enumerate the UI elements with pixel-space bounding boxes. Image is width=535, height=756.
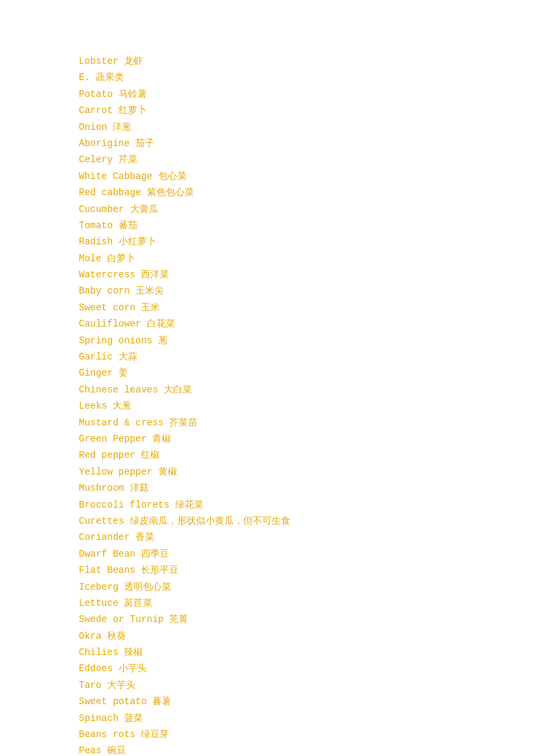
- list-item: Swede or Turnip 芜菁: [79, 612, 508, 627]
- list-item: Eddoes 小芋头: [79, 661, 508, 676]
- list-item: Red cabbage 紫色包心菜: [79, 185, 508, 200]
- list-item: Leeks 大葱: [79, 399, 508, 413]
- list-item: Red pepper 红椒: [79, 448, 508, 462]
- list-item: Spring onions 葱: [79, 333, 508, 348]
- list-item: Iceberg 透明包心菜: [79, 580, 508, 594]
- list-item: Mole 白萝卜: [79, 251, 508, 266]
- list-item: Lettuce 莴苣菜: [79, 596, 508, 611]
- list-item: Cucumber 大黄瓜: [79, 202, 508, 217]
- list-item: White Cabbage 包心菜: [79, 169, 508, 184]
- list-item: Mushroom 洋菇: [79, 481, 508, 495]
- list-item: Curettes 绿皮南瓜，形状似小黄瓜，但不可生食: [79, 514, 508, 528]
- list-item: Garlic 大蒜: [79, 349, 508, 364]
- list-item: Dwarf Bean 四季豆: [79, 547, 508, 561]
- list-item: Potato 马铃薯: [79, 87, 508, 102]
- list-item: Baby corn 玉米尖: [79, 283, 508, 298]
- list-item: Coriander 香菜: [79, 530, 508, 545]
- list-item: Broccoli florets 绿花菜: [79, 497, 508, 512]
- list-item: Onion 洋葱: [79, 120, 508, 135]
- list-item: Tomato 蕃茄: [79, 218, 508, 233]
- list-item: Aborigine 茄子: [79, 136, 508, 151]
- list-item: Carrot 红萝卜: [79, 103, 508, 118]
- list-item: Green Pepper 青椒: [79, 432, 508, 446]
- list-item: Cauliflower 白花菜: [79, 316, 508, 331]
- list-item: Sweet potato 蕃薯: [79, 694, 508, 709]
- list-item: Watercress 西洋菜: [79, 267, 508, 282]
- list-item: Celery 芹菜: [79, 152, 508, 167]
- list-item: Ginger 姜: [79, 366, 508, 380]
- list-item: Chinese leaves 大白菜: [79, 382, 508, 397]
- list-item: E. 蔬果类: [79, 70, 508, 85]
- list-item: Chilies 辣椒: [79, 645, 508, 660]
- list-item: Lobster 龙虾: [79, 54, 508, 69]
- list-item: Beans rots 绿豆芽: [79, 727, 508, 742]
- list-item: Sweet corn 玉米: [79, 300, 508, 315]
- list-item: Mustard & cress 芥菜苗: [79, 415, 508, 430]
- list-item: Spinach 菠菜: [79, 711, 508, 726]
- list-item: Yellow pepper 黄椒: [79, 465, 508, 479]
- list-item: Radish 小红萝卜: [79, 234, 508, 249]
- list-item: Okra 秋葵: [79, 629, 508, 644]
- list-item: Flat Beans 长形平豆: [79, 563, 508, 578]
- vegetable-list: Lobster 龙虾E. 蔬果类Potato 马铃薯Carrot 红萝卜Onio…: [79, 54, 508, 756]
- list-item: Taro 大芋头: [79, 678, 508, 693]
- list-item: Peas 碗豆: [79, 743, 508, 756]
